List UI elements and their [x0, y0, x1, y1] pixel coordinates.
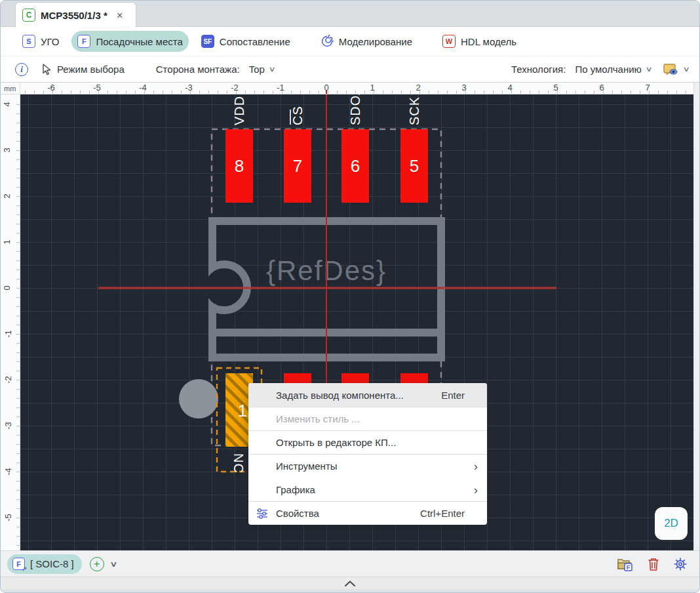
chevron-down-icon[interactable]: ∨ — [268, 65, 275, 73]
menu-item-set-component-pin[interactable]: Задать вывод компонента... Enter — [248, 383, 487, 407]
ruler-unit: mm — [1, 83, 20, 94]
menu-item-open-in-pad-editor[interactable]: Открыть в редакторе КП... — [248, 430, 487, 454]
document-tabbar: C MCP3550/1/3 * × — [1, 1, 699, 27]
menu-item-tools[interactable]: Инструменты › — [248, 454, 487, 478]
mount-side-select[interactable]: Top — [249, 64, 265, 75]
pin-name-vdd: VDD — [232, 96, 246, 125]
document-tab[interactable]: C MCP3550/1/3 * × — [15, 2, 136, 28]
mapping-icon: SF — [201, 35, 214, 48]
menu-item-properties[interactable]: Свойства Ctrl+Enter — [248, 501, 487, 525]
pad-1-number: 1 — [238, 401, 247, 420]
add-footprint-button[interactable]: + — [90, 557, 104, 571]
ruler-number: -4 — [139, 83, 147, 92]
menu-item-label: Открыть в редакторе КП... — [276, 437, 396, 448]
footprint-icon: F — [77, 35, 90, 48]
chevron-down-icon[interactable]: ∨ — [109, 560, 117, 569]
pin1-marker-dot[interactable] — [179, 379, 218, 419]
chevron-down-icon[interactable]: ∨ — [682, 65, 690, 73]
menu-item-graphics[interactable]: Графика › — [248, 478, 487, 501]
chevron-down-icon[interactable]: ∨ — [645, 65, 652, 73]
symbol-icon: S — [22, 35, 35, 48]
ruler-number: -5 — [3, 514, 13, 521]
menu-shortcut: Enter — [441, 390, 487, 401]
document-title: MCP3550/1/3 * — [41, 10, 107, 21]
ruler-number: 0 — [324, 83, 328, 92]
ruler-number: -5 — [93, 83, 101, 92]
tab-hdl-label: HDL модель — [461, 36, 516, 47]
tab-modeling[interactable]: Моделирование — [315, 31, 418, 52]
pin-name-cs: CS — [290, 106, 305, 125]
ruler-vertical: 43210-1-2-3-4-5 — [1, 94, 20, 550]
technology-select[interactable]: По умолчанию — [575, 64, 641, 75]
sliders-icon — [256, 507, 269, 520]
pin-name-sck: SCK — [407, 96, 421, 125]
tab-ugo[interactable]: S УГО — [16, 31, 65, 52]
settings-gear-icon[interactable] — [673, 557, 688, 571]
menu-item-label: Задать вывод компонента... — [276, 390, 404, 401]
pad-8-number: 8 — [235, 156, 244, 176]
tab-mapping[interactable]: SF Сопоставление — [195, 31, 296, 52]
arrow-icon: ↗ — [22, 565, 27, 572]
ruler-number: -4 — [3, 468, 13, 476]
ruler-number: 2 — [416, 83, 420, 92]
pad-6-number: 6 — [351, 156, 360, 176]
menu-item-label: Изменить стиль ... — [276, 413, 360, 424]
tab-ugo-label: УГО — [41, 36, 59, 47]
tab-modeling-label: Моделирование — [339, 36, 412, 47]
copy-footprint-icon[interactable]: F — [617, 557, 634, 571]
tab-footprint[interactable]: F Посадочные места — [71, 31, 188, 52]
editor-toolbar: i Режим выбора Сторона монтажа: Top ∨ Те… — [1, 56, 699, 83]
ruler-number: -6 — [47, 83, 55, 92]
ruler-number: 3 — [2, 148, 12, 152]
ruler-number: -3 — [3, 422, 13, 430]
ruler-number: 1 — [2, 239, 12, 244]
menu-item-label: Свойства — [276, 508, 319, 519]
context-menu: Задать вывод компонента... Enter Изменит… — [248, 383, 487, 525]
collapse-panel-strip[interactable] — [1, 577, 699, 589]
component-icon: C — [22, 9, 35, 22]
select-mode-label: Режим выбора — [57, 64, 125, 75]
ruler-number: -2 — [3, 376, 13, 384]
info-icon[interactable]: i — [15, 63, 28, 76]
delete-icon[interactable] — [647, 557, 660, 571]
mount-side-label: Сторона монтажа: — [156, 64, 240, 75]
view-2d-button[interactable]: 2D — [655, 507, 688, 540]
footprint-name: [ SOIC-8 ] — [30, 558, 74, 569]
spiral-icon — [321, 35, 334, 48]
pad-5-number: 5 — [410, 156, 419, 176]
tab-hdl[interactable]: W HDL модель — [437, 31, 522, 52]
hdl-waveform-icon: W — [442, 35, 456, 48]
menu-shortcut: Ctrl+Enter — [420, 508, 487, 519]
footprint-editor-window: C MCP3550/1/3 * × S УГО F Посадочные мес… — [0, 0, 700, 593]
close-icon[interactable]: × — [117, 10, 123, 21]
tab-footprint-label: Посадочные места — [96, 36, 182, 47]
tab-mapping-label: Сопоставление — [220, 36, 290, 47]
submenu-arrow-icon: › — [474, 460, 487, 472]
submenu-arrow-icon: › — [474, 483, 487, 496]
ruler-number: -3 — [185, 83, 193, 92]
pad-7-number: 7 — [293, 156, 302, 176]
ruler-number: 4 — [507, 83, 512, 92]
ruler-number: 5 — [553, 83, 558, 92]
ruler-number: 0 — [2, 285, 12, 290]
menu-item-change-style: Изменить стиль ... — [248, 407, 487, 430]
pin-name-sdo: SDO/RDY — [348, 94, 362, 125]
menu-item-label: Графика — [276, 484, 315, 495]
svg-text:F: F — [627, 564, 631, 571]
pin-name-nc: NC — [231, 453, 246, 474]
chevron-up-icon[interactable] — [344, 581, 356, 586]
mode-tabs: S УГО F Посадочные места SF Сопоставлени… — [1, 27, 699, 56]
ruler-number: -1 — [3, 330, 13, 338]
ruler-number: -1 — [277, 83, 284, 92]
layers-visibility-icon[interactable] — [662, 63, 679, 76]
ruler-number: 3 — [461, 83, 466, 92]
technology-label: Технология: — [511, 64, 566, 75]
cursor-icon[interactable] — [41, 64, 52, 75]
menu-item-label: Инструменты — [276, 460, 338, 472]
ruler-number: 1 — [370, 83, 374, 92]
ruler-number: 2 — [2, 194, 12, 198]
ruler-number: 7 — [645, 83, 650, 92]
ruler-number: 6 — [599, 83, 604, 92]
silkscreen-body[interactable] — [201, 221, 444, 358]
active-footprint-pill[interactable]: F↗ [ SOIC-8 ] — [7, 554, 82, 574]
